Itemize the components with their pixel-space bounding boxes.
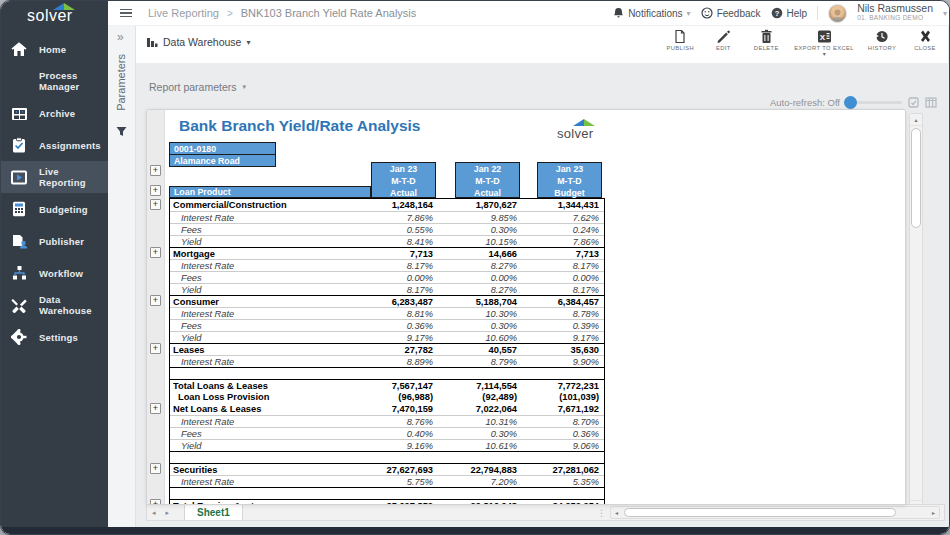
table-row: Securities27,627,69322,794,88327,281,062 bbox=[170, 463, 604, 475]
sheet-tab-bar: ◂ ▸ Sheet1 ⋮ ◂ ▸ bbox=[146, 504, 945, 521]
expand-outline-button[interactable]: + bbox=[150, 295, 161, 306]
delete-button[interactable]: DELETE bbox=[751, 29, 781, 56]
sidebar-item-label: Home bbox=[39, 44, 66, 55]
scroll-up-icon[interactable]: ▴ bbox=[910, 114, 922, 126]
cell-value: 5,188,704 bbox=[454, 296, 519, 308]
scroll-left-icon[interactable]: ◂ bbox=[611, 509, 622, 516]
expand-outline-button[interactable]: + bbox=[150, 463, 161, 474]
app-window: solver HomeProcess ManagerArchiveAssignm… bbox=[0, 0, 950, 535]
horizontal-scroll-thumb[interactable] bbox=[624, 508, 896, 517]
archive-icon bbox=[10, 104, 28, 122]
row-label: Interest Rate bbox=[170, 356, 370, 368]
breadcrumb-live-reporting[interactable]: Live Reporting bbox=[148, 7, 219, 19]
row-label: Yield bbox=[170, 236, 370, 248]
vertical-scroll-thumb[interactable] bbox=[911, 128, 921, 228]
sidebar-item-home[interactable]: Home bbox=[1, 33, 108, 65]
cell-value: 35,630 bbox=[536, 344, 601, 356]
cell-value: 10.15% bbox=[454, 236, 519, 248]
cell-value: 14,666 bbox=[454, 248, 519, 260]
vertical-scrollbar[interactable]: ▴ ▾ bbox=[909, 113, 923, 513]
sidebar-item-label: Live Reporting bbox=[39, 166, 108, 188]
cell-value: 1,248,164 bbox=[370, 199, 435, 211]
auto-refresh-control: Auto-refresh: Off bbox=[770, 97, 937, 108]
row-label: Leases bbox=[170, 344, 370, 356]
sheet-prev-icon[interactable]: ◂ bbox=[147, 509, 161, 517]
sidebar-item-label: Publisher bbox=[39, 236, 84, 247]
window-bottom-frame bbox=[1, 527, 949, 534]
expand-outline-button[interactable]: + bbox=[150, 247, 161, 258]
notifications-button[interactable]: Notifications ▾ bbox=[613, 7, 690, 19]
help-button[interactable]: ? Help bbox=[771, 7, 808, 19]
branch-name-cell: Alamance Road bbox=[169, 154, 276, 167]
table-row: Leases27,78240,55735,630 bbox=[170, 343, 604, 355]
cell-value: 8.79% bbox=[454, 356, 519, 368]
feedback-button[interactable]: Feedback bbox=[701, 7, 761, 19]
user-menu[interactable]: Nils Rasmussen 01. Banking Demo bbox=[857, 3, 933, 23]
scroll-right-icon[interactable]: ▸ bbox=[928, 509, 939, 516]
sidebar-item-live-reporting[interactable]: Live Reporting bbox=[1, 161, 108, 193]
grid-view-icon[interactable] bbox=[925, 97, 937, 108]
cell-value: 6,283,487 bbox=[370, 296, 435, 308]
cell-value: 8.81% bbox=[370, 308, 435, 320]
table-row: Yield9.17%10.60%9.17% bbox=[170, 331, 604, 343]
expand-outline-button[interactable]: + bbox=[150, 403, 161, 414]
history-button[interactable]: HISTORY bbox=[867, 29, 897, 56]
popout-icon[interactable] bbox=[908, 97, 919, 108]
row-label: Yield bbox=[170, 284, 370, 296]
edit-button[interactable]: EDIT bbox=[708, 29, 738, 56]
cell-value: 7.20% bbox=[454, 476, 519, 488]
menu-icon[interactable] bbox=[120, 7, 132, 20]
expand-parameters-icon[interactable]: » bbox=[117, 30, 124, 44]
sidebar-item-workflow[interactable]: Workflow bbox=[1, 257, 108, 289]
live-reporting-icon bbox=[10, 168, 28, 186]
publish-button[interactable]: PUBLISH bbox=[665, 29, 695, 56]
expand-outline-button[interactable]: + bbox=[150, 165, 161, 176]
table-row: Total Earning Asstes35,097,85229,816,948… bbox=[170, 499, 604, 505]
auto-refresh-slider[interactable] bbox=[846, 101, 902, 104]
expand-outline-button[interactable]: + bbox=[150, 499, 161, 505]
sheet-tab[interactable]: Sheet1 bbox=[184, 505, 243, 520]
budgeting-icon bbox=[10, 200, 28, 218]
sidebar-item-data-warehouse[interactable]: Data Warehouse bbox=[1, 289, 108, 321]
settings-icon bbox=[10, 328, 28, 346]
auto-refresh-label: Auto-refresh: Off bbox=[770, 97, 840, 108]
user-chevron-icon[interactable]: ▾ bbox=[943, 9, 947, 18]
row-label bbox=[170, 488, 370, 499]
row-label: Securities bbox=[170, 464, 370, 476]
header-actions: Notifications ▾ Feedback ? Help Nils Ra bbox=[613, 3, 949, 23]
horizontal-scrollbar[interactable]: ◂ ▸ bbox=[610, 506, 940, 519]
table-row: Interest Rate8.89%8.79%9.90% bbox=[170, 355, 604, 367]
expand-outline-button[interactable]: + bbox=[150, 343, 161, 354]
sheet-next-icon[interactable]: ▸ bbox=[161, 509, 175, 517]
export-to-excel-button[interactable]: X EXPORT TO EXCEL ▾ bbox=[794, 29, 854, 56]
export-dropdown-icon[interactable]: ▾ bbox=[823, 52, 826, 56]
row-label bbox=[170, 452, 370, 463]
report-table-body: Commercial/Construction1,248,1641,870,62… bbox=[169, 198, 605, 505]
slider-knob[interactable] bbox=[844, 96, 857, 109]
data-source-selector[interactable]: Data Warehouse ▾ bbox=[146, 36, 250, 48]
table-row: Interest Rate8.17%8.27%8.17% bbox=[170, 259, 604, 271]
expand-outline-button[interactable]: + bbox=[150, 185, 161, 196]
sidebar-item-process-manager[interactable]: Process Manager bbox=[1, 65, 108, 97]
cell-value: 0.30% bbox=[454, 320, 519, 332]
breadcrumb-separator: > bbox=[227, 8, 233, 19]
sidebar-item-budgeting[interactable]: Budgeting bbox=[1, 193, 108, 225]
splitter-handle[interactable]: ⋮ bbox=[593, 508, 610, 518]
user-avatar[interactable] bbox=[828, 4, 847, 23]
sidebar-item-settings[interactable]: Settings bbox=[1, 321, 108, 353]
cell-value: (101,039) bbox=[536, 391, 601, 403]
cell-value bbox=[370, 368, 435, 379]
cell-value: 9.17% bbox=[370, 332, 435, 344]
sidebar-item-assignments[interactable]: Assignments bbox=[1, 129, 108, 161]
row-label: Interest Rate bbox=[170, 260, 370, 272]
feedback-label: Feedback bbox=[717, 8, 761, 19]
close-button[interactable]: CLOSE bbox=[910, 29, 940, 56]
sidebar-item-publisher[interactable]: Publisher bbox=[1, 225, 108, 257]
report-parameters-dropdown[interactable]: Report parameters ▾ bbox=[149, 81, 246, 93]
expand-outline-button[interactable]: + bbox=[150, 199, 161, 210]
table-row: Loan Loss Provision(96,988)(92,489)(101,… bbox=[170, 391, 604, 403]
sidebar-item-archive[interactable]: Archive bbox=[1, 97, 108, 129]
cell-value: 10.61% bbox=[454, 440, 519, 452]
report-solver-logo: solver bbox=[551, 114, 611, 144]
parameters-panel-collapsed[interactable]: » Parameters bbox=[108, 26, 136, 527]
